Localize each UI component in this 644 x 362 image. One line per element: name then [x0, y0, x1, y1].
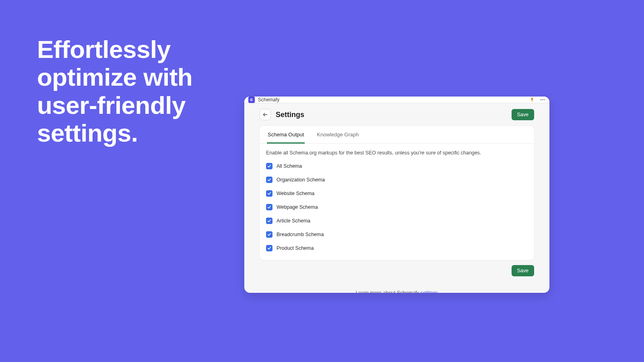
checkbox-icon [266, 204, 272, 210]
card-body: Enable all Schema.org markups for the be… [260, 144, 534, 260]
back-button[interactable] [260, 109, 271, 120]
title-bar: Schemafy [244, 97, 549, 103]
checkbox-icon [266, 245, 272, 251]
checkbox-icon [266, 218, 272, 224]
checkbox-icon [266, 177, 272, 183]
tabs: Schema Output Knowledge Graph [260, 126, 534, 144]
option-label: Breadcrumb Schema [277, 232, 324, 237]
hero-headline: Effortlessly optimize with user-friendly… [37, 35, 214, 147]
svg-point-1 [542, 99, 543, 100]
options-list: All Schema Organization Schema Website S… [266, 160, 528, 254]
footer-save-row: Save [260, 265, 534, 276]
option-breadcrumb-schema[interactable]: Breadcrumb Schema [266, 229, 528, 240]
tab-knowledge-graph[interactable]: Knowledge Graph [316, 126, 359, 144]
checkbox-icon [266, 190, 272, 197]
checkbox-icon [266, 231, 272, 238]
app-name: Schemafy [258, 97, 279, 103]
svg-point-2 [544, 99, 545, 100]
page-title: Settings [276, 111, 304, 119]
option-label: Webpage Schema [277, 204, 318, 210]
option-label: All Schema [277, 163, 302, 169]
app-logo-icon [248, 97, 255, 103]
option-label: Product Schema [277, 245, 314, 251]
tab-schema-output[interactable]: Schema Output [267, 126, 305, 144]
pin-icon[interactable] [529, 97, 535, 103]
settings-card: Schema Output Knowledge Graph Enable all… [260, 126, 534, 260]
option-label: Organization Schema [277, 177, 325, 183]
title-bar-left: Schemafy [248, 97, 279, 103]
learn-more-link[interactable]: settings [421, 290, 438, 293]
option-label: Website Schema [277, 191, 314, 196]
save-button-bottom[interactable]: Save [512, 265, 535, 276]
option-website-schema[interactable]: Website Schema [266, 188, 528, 199]
page-header: Settings Save [260, 109, 534, 120]
option-organization-schema[interactable]: Organization Schema [266, 174, 528, 185]
option-product-schema[interactable]: Product Schema [266, 243, 528, 254]
content-area: Settings Save Schema Output Knowledge Gr… [244, 103, 549, 293]
learn-more: Learn more about Schemafy settings [260, 290, 534, 293]
checkbox-icon [266, 163, 272, 169]
title-bar-right [529, 97, 545, 103]
more-icon[interactable] [540, 97, 545, 103]
save-button-top[interactable]: Save [512, 109, 535, 120]
svg-point-0 [541, 99, 541, 100]
option-webpage-schema[interactable]: Webpage Schema [266, 202, 528, 213]
option-all-schema[interactable]: All Schema [266, 160, 528, 172]
app-window: Schemafy Settings Save Schema Output Kno… [244, 97, 549, 293]
option-article-schema[interactable]: Article Schema [266, 215, 528, 226]
option-label: Article Schema [277, 218, 310, 224]
learn-more-text: Learn more about Schemafy [356, 290, 421, 293]
panel-description: Enable all Schema.org markups for the be… [266, 150, 528, 156]
